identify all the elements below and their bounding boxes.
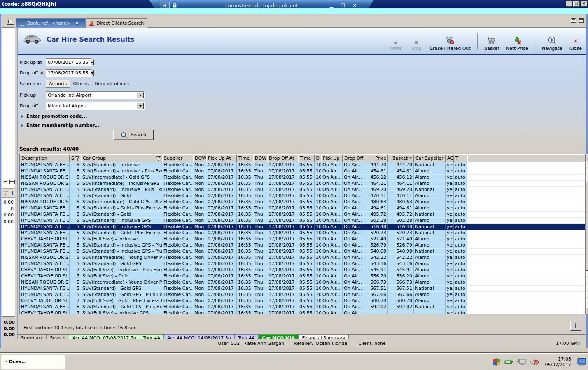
erase-filtered-out-button[interactable]: Erase Filtered Out [430, 36, 470, 51]
table-row-partial[interactable]: CHEVY TAHOE OR SI...7SUV(Full Size) - In… [20, 310, 585, 314]
nett-price-button[interactable]: Nett Price [506, 36, 528, 51]
column-header-supplier[interactable]: Supplier [162, 154, 193, 162]
column-header-dow-pickup[interactable]: DOW [193, 154, 206, 162]
table-row[interactable]: HYUNDAI SANTA FE ...5SUV(Standard) - Gol… [20, 292, 585, 298]
search-button[interactable]: Search [113, 130, 154, 140]
info-button[interactable]: i [570, 321, 581, 331]
info-icon[interactable]: i [12, 190, 14, 196]
tab-booking-ref[interactable]: Book. ref.: <none> ✕ [16, 18, 86, 28]
scroll-down-button[interactable] [586, 308, 588, 314]
column-header-dropoff-location[interactable]: Drop Off [343, 154, 364, 162]
rdp-minimize-button[interactable]: ▁ [329, 3, 334, 8]
display-icon[interactable] [577, 358, 586, 366]
cell-supplier: Flexible Car... [162, 199, 193, 205]
search-in-airports[interactable]: Airports [46, 80, 70, 88]
table-row[interactable]: CHEVY TAHOE OR SI...7SUV(Full Size) - In… [20, 236, 585, 242]
rdp-restore-button[interactable]: ❐ [340, 3, 346, 8]
column-header-car-group[interactable]: Car Group [81, 154, 162, 162]
table-row[interactable]: HYUNDAI SANTA FE ...5SUV(Standard) - Gol… [20, 304, 585, 310]
muted-speaker-icon[interactable] [530, 358, 539, 366]
close-button[interactable]: ✕ [581, 1, 587, 7]
taskbar-app-button[interactable]: - Ocea... [1, 355, 65, 369]
search-in-dropoff-offices[interactable]: Drop off offices [91, 80, 132, 87]
chevron-down-icon[interactable] [91, 70, 94, 76]
table-row[interactable]: HYUNDAI SANTA FE ...5SUV(Standard) - Gol… [20, 212, 585, 218]
cell-description: HYUNDAI SANTA FE ... [20, 193, 70, 199]
column-header-dow-dropoff[interactable]: DOW [253, 154, 267, 162]
network-card-icon[interactable] [504, 359, 513, 365]
cell-supplier: Flexible Car... [162, 205, 193, 212]
table-row[interactable]: CHEVY TAHOE OR SI...7SUV(Full Size) - Go… [20, 298, 585, 304]
tab-close-icon[interactable]: ✕ [75, 21, 79, 26]
column-header-transmission[interactable]: T [454, 154, 467, 162]
table-row[interactable]: CHEVY TAHOE OR SI...7SUV(Full Size) - In… [20, 267, 585, 273]
cell-pickup-location: On Air... [321, 230, 343, 236]
table-row[interactable]: NISSAN ROGUE OR S...5SUV(Intermediate) -… [20, 199, 585, 205]
dropoff-at-combo[interactable]: 17/08/2017 05:55 [46, 69, 92, 77]
table-row[interactable]: HYUNDAI SANTA FE ...5SUV(Standard) - Inc… [20, 187, 585, 193]
column-header-dropoff-date[interactable]: Drop Off At [267, 154, 298, 162]
column-header-label: Description [21, 156, 47, 161]
column-header-pickup-date[interactable]: Pick Up At [206, 154, 237, 162]
table-row[interactable]: HYUNDAI SANTA FE ...5SUV(Standard) - Inc… [20, 162, 585, 168]
dropoff-location-combo[interactable]: Miami Intl Airport [46, 102, 145, 110]
close-panel-button[interactable]: ✕ Close [569, 36, 583, 51]
table-row[interactable]: HYUNDAI SANTA FE ...5SUV(Standard) - Inc… [20, 242, 585, 249]
table-row[interactable]: HYUNDAI SANTA FE ...5SUV(Standard) - Gol… [20, 286, 585, 292]
table-row[interactable]: NISSAN ROGUE OR S...5SUV(Intermediate) -… [20, 175, 585, 181]
minimize-button[interactable]: _ [566, 1, 572, 7]
table-row[interactable]: HYUNDAI SANTA FE ...5SUV(Standard) - Gol… [20, 230, 585, 236]
table-row[interactable]: HYUNDAI SANTA FE ...5SUV(Standard) - Gol… [20, 205, 585, 212]
column-header-ac[interactable]: AC [446, 154, 454, 162]
vertical-scrollbar[interactable] [586, 154, 588, 315]
restore-pane-button[interactable] [7, 19, 14, 25]
column-header-pickup-location[interactable]: Pick Up [321, 154, 343, 162]
expand-pane-button[interactable] [579, 18, 584, 23]
cell-transmission: auto [454, 205, 467, 212]
restore-button[interactable]: ❐ [573, 1, 580, 7]
scroll-up-button[interactable] [586, 154, 588, 161]
table-row[interactable]: HYUNDAI SANTA FE ...5SUV(Standard) - Inc… [20, 218, 585, 224]
column-header-price[interactable]: Price [364, 154, 388, 162]
pane-maximize-icon[interactable] [9, 180, 15, 184]
basket-button[interactable]: Basket [484, 36, 499, 51]
cell-pickup-date: 07/08/2017 [206, 181, 237, 187]
table-row[interactable]: HYUNDAI SANTA FE ...5SUV(Standard) - Gol… [20, 261, 585, 267]
tab-direct-clients-search[interactable]: Direct Clients Search [86, 18, 147, 28]
table-row[interactable]: HYUNDAI SANTA FE ...5SUV(Standard) - Inc… [20, 249, 585, 255]
cell-dow-pickup: Mon [193, 212, 206, 218]
navigate-button[interactable]: Navigate [542, 36, 562, 51]
chevron-down-icon[interactable] [137, 92, 144, 98]
table-row[interactable]: CHEVY TAHOE OR SI...7SUV(Full Size) - Go… [20, 273, 585, 279]
computer-plug-icon[interactable] [517, 358, 526, 366]
pickup-location-combo[interactable]: Orlando Intl Airport [46, 91, 145, 99]
column-header-description[interactable]: Description [20, 154, 70, 162]
table-row[interactable]: HYUNDAI SANTA FE ...5SUV(Standard) - Inc… [20, 168, 585, 175]
column-header-dropoff-time[interactable]: Time [298, 154, 315, 162]
table-row[interactable]: NISSAN ROGUE OR S...5SUV(Intermediate) -… [20, 255, 585, 261]
table-row[interactable]: NISSAN ROGUE OR S...5SUV(Intermediate) -… [20, 181, 585, 187]
promotion-code-expander[interactable]: Enter promotion code... [21, 114, 586, 119]
pane-minimize-icon[interactable] [3, 180, 8, 184]
chevron-down-icon[interactable] [137, 103, 144, 109]
rdp-close-button[interactable]: ✕ [352, 3, 357, 8]
table-row[interactable]: HYUNDAI SANTA FE ...5SUV(Standard) - Gol… [20, 193, 585, 199]
column-header-basket[interactable]: Basket [388, 154, 414, 162]
collapse-pane-button[interactable] [571, 18, 576, 23]
scrollbar-thumb[interactable] [586, 182, 588, 271]
pickup-at-combo[interactable]: 07/08/2017 16:35 [46, 58, 92, 66]
clock-time: 17:08 [545, 356, 571, 362]
table-row-selected[interactable]: HYUNDAI SANTA FE ...5SUV(Standard) - Inc… [20, 224, 585, 230]
column-header-car-supplier[interactable]: Car Supplier [414, 154, 446, 162]
column-header-days[interactable]: D [315, 154, 321, 162]
search-in-offices[interactable]: Offices [70, 80, 91, 87]
antivirus-icon[interactable] [492, 358, 501, 366]
cell-car-supplier: Alamo [414, 279, 446, 286]
chevron-down-icon[interactable] [91, 59, 94, 65]
membership-number-expander[interactable]: Enter membership number... [21, 123, 586, 128]
column-header-pickup-time[interactable]: Time [237, 154, 253, 162]
table-row[interactable]: NISSAN ROGUE OR S...5SUV(Intermediate) -… [20, 279, 585, 286]
cell-price: 494.61 [364, 205, 388, 212]
sort-descending-icon [409, 157, 412, 159]
column-header-seats[interactable]: S [70, 154, 81, 162]
